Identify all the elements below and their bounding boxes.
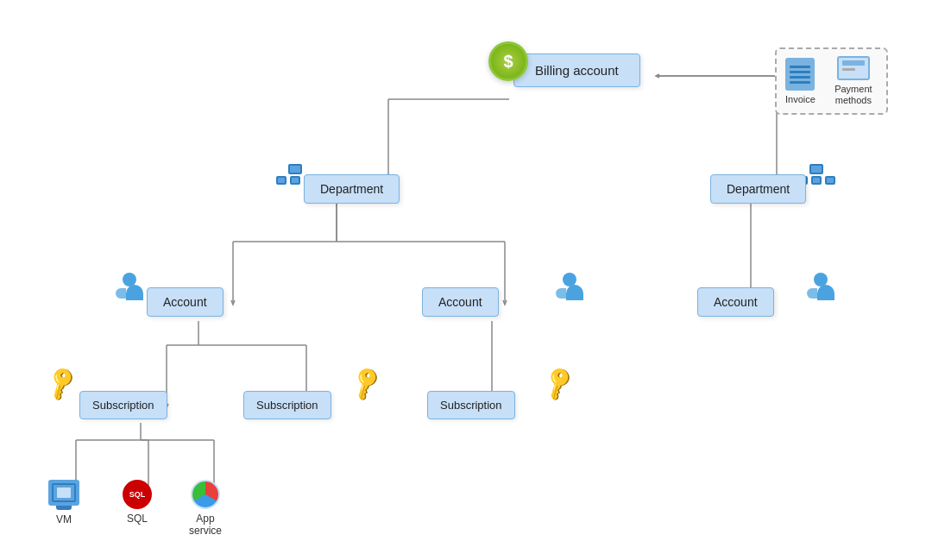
key-icon-sub2: 🔑: [346, 363, 387, 403]
billing-account-box: Billing account: [513, 53, 640, 87]
department-box-right: Department: [710, 174, 806, 204]
person-icon-account3: [807, 273, 834, 300]
account-node-3: Account: [697, 287, 774, 317]
vm-icon: [48, 480, 79, 506]
subscription-box-3: Subscription: [427, 391, 515, 419]
billing-account-node: Billing account: [513, 53, 640, 87]
department-label-left: Department: [320, 182, 383, 196]
subscription-node-3: Subscription: [427, 391, 515, 419]
department-box-left: Department: [304, 174, 400, 204]
account-box-1: Account: [147, 287, 224, 317]
subscription-box-2: Subscription: [243, 391, 331, 419]
subscription-box-1: Subscription: [79, 391, 167, 419]
subscription-label-1: Subscription: [92, 399, 154, 412]
billing-icon: $: [488, 41, 528, 81]
subscription-node-1: Subscription: [79, 391, 167, 419]
account-label-1: Account: [163, 295, 207, 309]
account-label-2: Account: [438, 295, 482, 309]
diagram: $ Billing account Invoice Payment method…: [0, 0, 932, 560]
sql-service: SQL SQL: [123, 480, 152, 525]
sql-icon: SQL: [123, 480, 152, 509]
invoice-item: Invoice: [785, 58, 816, 104]
subscription-label-2: Subscription: [256, 399, 318, 412]
invoice-icon: [785, 58, 815, 91]
dollar-sign: $: [503, 52, 513, 72]
vm-label: VM: [56, 513, 72, 525]
account-node-1: Account: [147, 287, 224, 317]
app-label: App service: [184, 513, 227, 538]
account-node-2: Account: [422, 287, 499, 317]
subscription-node-2: Subscription: [243, 391, 331, 419]
account-label-3: Account: [714, 295, 758, 309]
invoice-label: Invoice: [785, 94, 816, 104]
billing-account-label: Billing account: [535, 63, 619, 78]
app-service: App service: [184, 480, 227, 538]
person-icon-account1: [116, 273, 143, 300]
key-icon-sub3: 🔑: [538, 363, 579, 403]
person-icon-account2: [556, 273, 583, 300]
account-box-2: Account: [422, 287, 499, 317]
department-node-right: Department: [710, 174, 806, 204]
department-node-left: Department: [304, 174, 400, 204]
vm-service: VM: [48, 480, 79, 525]
sql-label: SQL: [127, 513, 148, 525]
payment-card-icon: [837, 56, 870, 80]
side-panel: Invoice Payment methods: [775, 47, 888, 115]
department-label-right: Department: [727, 182, 790, 196]
app-icon: [191, 480, 220, 509]
account-box-3: Account: [697, 287, 774, 317]
key-icon-sub1: 🔑: [41, 363, 82, 403]
subscription-label-3: Subscription: [440, 399, 502, 412]
payment-label: Payment methods: [829, 84, 878, 106]
payment-item: Payment methods: [829, 56, 878, 106]
